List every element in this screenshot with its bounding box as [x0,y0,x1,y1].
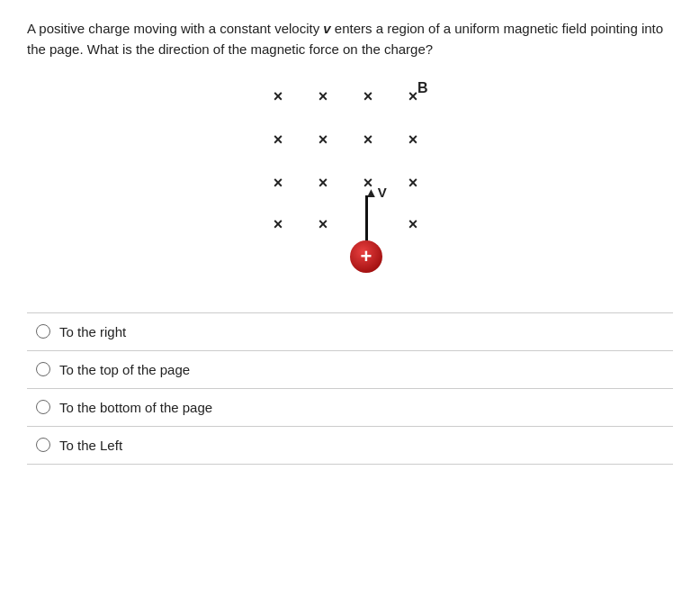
diagram-container: × × × × B × × × × × × × × × × × ▲V + [27,78,673,285]
x-mark: × [319,214,328,233]
x-mark: × [319,173,328,192]
velocity-arrow [365,195,368,245]
x-mark: × [408,130,418,149]
option-label-top: To the top of the page [59,362,190,377]
velocity-emphasis: v [323,21,330,36]
radio-right[interactable] [36,324,50,339]
positive-charge: + [350,240,382,273]
question-text: A positive charge moving with a constant… [27,18,673,60]
answer-options: To the right To the top of the page To t… [27,312,673,465]
x-mark: × [319,130,328,149]
radio-bottom[interactable] [36,400,50,414]
option-to-the-top[interactable]: To the top of the page [27,350,673,388]
radio-top[interactable] [36,362,50,376]
option-to-the-right[interactable]: To the right [27,312,673,350]
arrow-shaft [365,195,368,245]
option-label-left: To the Left [59,438,122,453]
x-mark: × [274,214,283,233]
option-label-bottom: To the bottom of the page [59,400,212,415]
option-to-the-left[interactable]: To the Left [27,426,673,465]
option-label-right: To the right [59,324,126,339]
x-mark: × [363,130,373,149]
charge-symbol: + [361,245,372,268]
option-to-the-bottom[interactable]: To the bottom of the page [27,388,673,426]
x-mark: × [408,86,418,105]
x-mark: × [363,86,373,105]
x-mark: × [408,173,418,192]
x-mark: × [319,86,328,105]
b-field-label: B [417,80,428,96]
x-mark: × [274,130,283,149]
x-mark: × [274,173,283,192]
magnetic-field-diagram: × × × × B × × × × × × × × × × × ▲V + [251,78,449,285]
radio-left[interactable] [36,438,50,452]
x-mark: × [408,214,418,233]
x-mark: × [274,86,283,105]
